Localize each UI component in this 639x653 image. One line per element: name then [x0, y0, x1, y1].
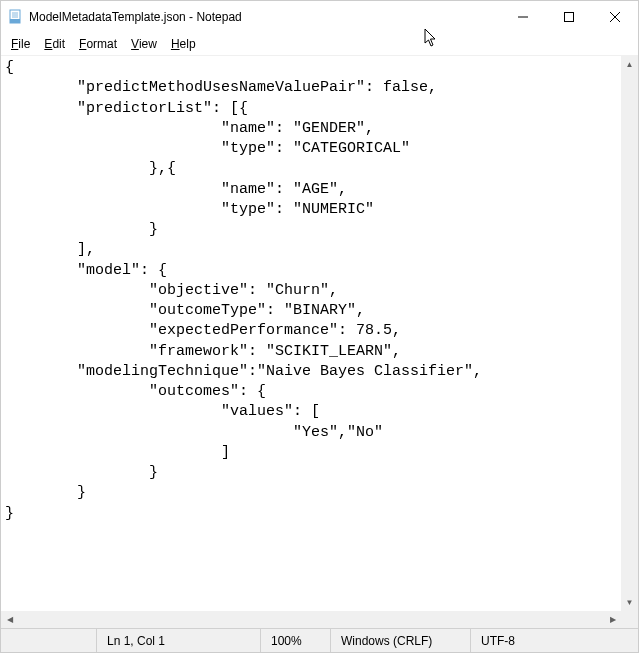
svg-rect-6 — [565, 13, 574, 22]
menu-help-rest: elp — [180, 37, 196, 51]
minimize-icon — [518, 12, 528, 22]
maximize-button[interactable] — [546, 1, 592, 33]
menu-edit[interactable]: Edit — [38, 35, 71, 53]
status-position: Ln 1, Col 1 — [97, 629, 261, 652]
notepad-icon — [7, 9, 23, 25]
menu-format-rest: ormat — [86, 37, 117, 51]
status-spacer — [1, 629, 97, 652]
scroll-track-h[interactable] — [18, 611, 604, 628]
menu-file-rest: ile — [18, 37, 30, 51]
scrollbar-corner — [621, 611, 638, 628]
minimize-button[interactable] — [500, 1, 546, 33]
horizontal-scrollbar[interactable]: ◀ ▶ — [1, 611, 621, 628]
maximize-icon — [564, 12, 574, 22]
scroll-down-icon[interactable]: ▼ — [621, 594, 638, 611]
menubar: File Edit Format View Help — [1, 33, 638, 55]
menu-help[interactable]: Help — [165, 35, 202, 53]
status-zoom: 100% — [261, 629, 331, 652]
status-encoding: UTF-8 — [471, 629, 638, 652]
status-newline: Windows (CRLF) — [331, 629, 471, 652]
svg-rect-1 — [10, 19, 20, 23]
menu-file[interactable]: File — [5, 35, 36, 53]
titlebar: ModelMetadataTemplate.json - Notepad — [1, 1, 638, 33]
menu-format[interactable]: Format — [73, 35, 123, 53]
text-editor[interactable]: { "predictMethodUsesNameValuePair": fals… — [1, 56, 638, 628]
statusbar: Ln 1, Col 1 100% Windows (CRLF) UTF-8 — [1, 628, 638, 652]
menu-edit-rest: dit — [52, 37, 65, 51]
vertical-scrollbar[interactable]: ▲ ▼ — [621, 56, 638, 611]
window-title: ModelMetadataTemplate.json - Notepad — [29, 10, 500, 24]
close-icon — [610, 12, 620, 22]
close-button[interactable] — [592, 1, 638, 33]
scroll-track-v[interactable] — [621, 73, 638, 594]
scroll-up-icon[interactable]: ▲ — [621, 56, 638, 73]
notepad-window: ModelMetadataTemplate.json - Notepad Fil… — [0, 0, 639, 653]
scroll-right-icon[interactable]: ▶ — [604, 611, 621, 628]
menu-view[interactable]: View — [125, 35, 163, 53]
scroll-left-icon[interactable]: ◀ — [1, 611, 18, 628]
menu-view-rest: iew — [139, 37, 157, 51]
editor-container: { "predictMethodUsesNameValuePair": fals… — [1, 55, 638, 628]
window-controls — [500, 1, 638, 33]
